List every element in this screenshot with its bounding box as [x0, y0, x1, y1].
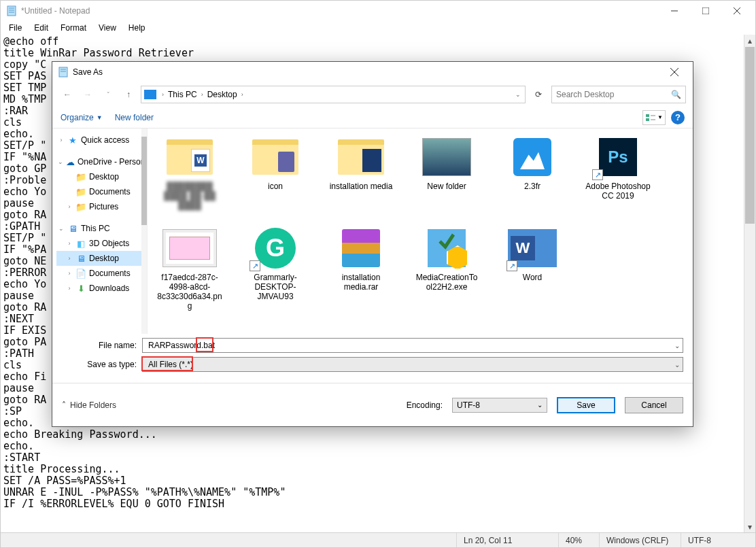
cancel-button[interactable]: Cancel [625, 397, 683, 413]
tree-od-pictures[interactable]: ›📁Pictures [56, 199, 145, 214]
chevron-up-icon: ˄ [62, 400, 66, 410]
tree-thispc[interactable]: ⌄🖥This PC [56, 221, 145, 236]
file-item[interactable]: New folder [414, 135, 479, 210]
encoding-dropdown[interactable]: UTF-8⌄ [452, 398, 547, 413]
scroll-down-icon[interactable]: ▾ [744, 521, 755, 532]
file-item[interactable]: installation media.rar [328, 226, 394, 311]
filetype-label: Save as type: [62, 360, 137, 369]
installer-icon [428, 229, 466, 267]
dropdown-icon[interactable]: ⌄ [674, 361, 680, 369]
file-label: Word [523, 273, 542, 282]
dialog-close-button[interactable] [660, 63, 689, 82]
3d-icon: ◧ [75, 238, 86, 249]
file-item[interactable]: W ████████████-██-██████ [157, 135, 222, 210]
file-item[interactable]: MediaCreationTool22H2.exe [414, 226, 479, 311]
file-item[interactable]: W↗ Word [500, 226, 565, 311]
notepad-menubar: File Edit Format View Help [1, 21, 755, 35]
tree-3d-objects[interactable]: ›◧3D Objects [56, 236, 145, 251]
tree-quick-access[interactable]: ›★Quick access [56, 133, 145, 148]
search-icon: 🔍 [671, 90, 681, 99]
nav-back-button[interactable]: ← [59, 86, 75, 103]
tree-scrollbar[interactable] [141, 129, 147, 334]
organize-button[interactable]: Organize▼ [61, 113, 103, 122]
status-eol: Windows (CRLF) [599, 533, 681, 547]
dialog-title: Save As [73, 67, 660, 77]
file-label: Adobe Photoshop CC 2019 [585, 182, 651, 201]
file-label: 2.3fr [524, 182, 540, 191]
filename-field[interactable]: ⌄ [142, 338, 683, 353]
dialog-titlebar: Save As [52, 62, 693, 82]
file-item[interactable]: icon [243, 135, 308, 210]
breadcrumb[interactable]: › This PC › Desktop › ⌄ [141, 86, 526, 103]
file-label: installation media.rar [328, 273, 394, 292]
scroll-thumb[interactable] [745, 47, 755, 224]
nav-tree: ›★Quick access ⌄☁OneDrive - Personal 📁De… [52, 129, 148, 334]
folder-icon [252, 139, 298, 175]
tree-od-desktop[interactable]: 📁Desktop [56, 169, 145, 184]
search-box[interactable]: 🔍 [551, 86, 686, 103]
close-button[interactable] [721, 1, 753, 21]
file-label: installation media [330, 182, 393, 191]
cloud-icon: ☁ [66, 156, 75, 167]
tree-od-documents[interactable]: 📁Documents [56, 184, 145, 199]
image-thumb [422, 138, 471, 176]
word-icon: W [511, 236, 535, 260]
svg-rect-0 [7, 6, 16, 16]
refresh-button[interactable]: ⟳ [530, 86, 547, 103]
scroll-up-icon[interactable]: ▴ [744, 35, 755, 46]
breadcrumb-dropdown-icon[interactable]: ⌄ [514, 91, 522, 98]
tree-onedrive[interactable]: ⌄☁OneDrive - Personal [56, 154, 145, 169]
help-button[interactable]: ? [671, 111, 685, 124]
notepad-icon [58, 67, 69, 78]
notepad-icon [6, 5, 17, 16]
dialog-toolbar: Organize▼ New folder ▼ ? [52, 107, 693, 129]
file-item[interactable]: G↗ Grammarly-DESKTOP-JMVAU93 [243, 226, 308, 311]
star-icon: ★ [67, 135, 78, 145]
folder-icon [338, 139, 384, 175]
folder-icon: 📁 [75, 186, 86, 197]
breadcrumb-thispc[interactable]: This PC [168, 90, 197, 99]
nav-recent-button[interactable]: ˅ [100, 86, 116, 103]
svg-rect-13 [646, 114, 649, 117]
new-folder-button[interactable]: New folder [115, 113, 154, 122]
file-list[interactable]: W ████████████-██-██████ icon installati… [148, 129, 693, 334]
nav-up-button[interactable]: ↑ [120, 86, 137, 103]
downloads-icon: ⬇ [75, 283, 86, 294]
maximize-button[interactable] [690, 1, 721, 21]
filename-label: File name: [62, 341, 137, 350]
hide-folders-button[interactable]: ˄Hide Folders [62, 400, 116, 410]
notepad-title: *Untitled - Notepad [21, 6, 659, 16]
tree-downloads[interactable]: ›⬇Downloads [56, 281, 145, 296]
encoding-label: Encoding: [407, 400, 443, 410]
menu-edit[interactable]: Edit [29, 22, 54, 34]
minimize-button[interactable] [659, 1, 690, 21]
tree-documents[interactable]: ›📄Documents [56, 266, 145, 281]
filetype-field[interactable]: All Files (*.*) ⌄ [142, 357, 683, 372]
nav-forward-button[interactable]: → [80, 86, 96, 103]
menu-view[interactable]: View [93, 22, 122, 34]
shortcut-icon: ↗ [506, 260, 517, 271]
grammarly-icon: G [255, 228, 296, 269]
menu-format[interactable]: Format [55, 22, 92, 34]
status-zoom: 40% [558, 533, 599, 547]
file-item[interactable]: Ps↗ Adobe Photoshop CC 2019 [585, 135, 651, 210]
save-button[interactable]: Save [557, 397, 615, 413]
file-item[interactable]: f17aedcd-287c-4998-a8cd-8c33c30d6a34.png [157, 226, 222, 311]
menu-file[interactable]: File [3, 22, 27, 34]
image-thumb [162, 229, 217, 267]
search-input[interactable] [556, 90, 658, 99]
vertical-scrollbar[interactable]: ▴ ▾ [744, 35, 755, 532]
tree-desktop[interactable]: ›🖥Desktop [56, 251, 145, 266]
menu-help[interactable]: Help [123, 22, 151, 34]
file-item[interactable]: installation media [328, 135, 394, 210]
dialog-footer: ˄Hide Folders Encoding: UTF-8⌄ Save Canc… [52, 383, 693, 426]
breadcrumb-desktop[interactable]: Desktop [207, 90, 237, 99]
address-bar: ← → ˅ ↑ › This PC › Desktop › ⌄ ⟳ 🔍 [52, 82, 693, 107]
dropdown-icon[interactable]: ⌄ [674, 342, 680, 349]
documents-icon: 📄 [75, 268, 86, 279]
file-item[interactable]: 2.3fr [500, 135, 565, 210]
save-as-dialog: Save As ← → ˅ ↑ › This PC › Desktop › ⌄ … [52, 61, 693, 427]
folder-icon: W [167, 139, 213, 175]
view-options-button[interactable]: ▼ [642, 110, 666, 125]
filename-input[interactable] [145, 341, 680, 350]
